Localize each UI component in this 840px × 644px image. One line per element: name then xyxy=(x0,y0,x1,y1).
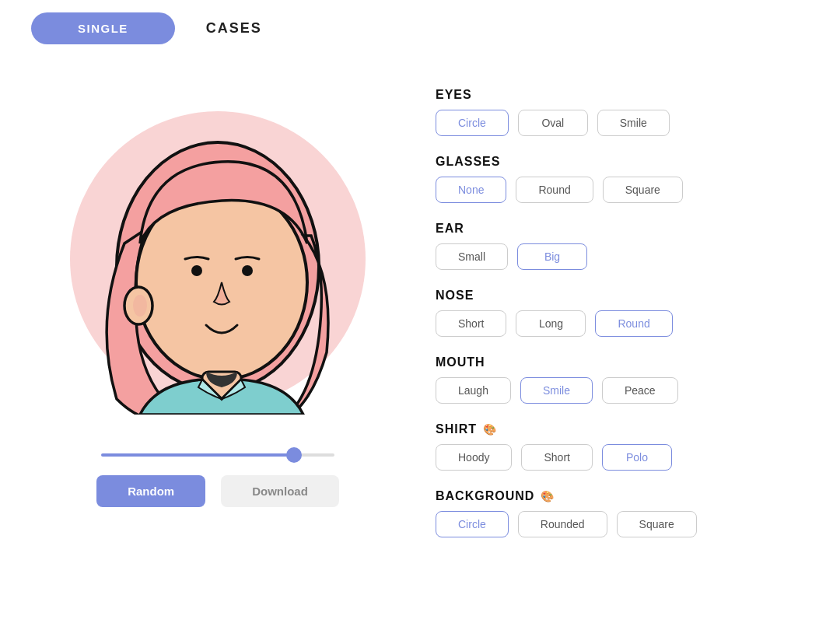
svg-point-4 xyxy=(191,265,202,276)
group-label-ear: EAR xyxy=(436,222,809,236)
ear-option-big[interactable]: Big xyxy=(517,243,587,270)
group-label-glasses: GLASSES xyxy=(436,155,809,169)
glasses-option-square[interactable]: Square xyxy=(603,177,683,203)
background-option-circle[interactable]: Circle xyxy=(436,511,509,537)
avatar-slider[interactable] xyxy=(101,453,334,457)
group-eyes: EYESCircleOvalSmile xyxy=(436,88,809,136)
random-button[interactable]: Random xyxy=(96,475,205,507)
glasses-option-round[interactable]: Round xyxy=(516,177,593,203)
background-color-icon: 🎨 xyxy=(541,490,555,502)
group-label-eyes: EYES xyxy=(436,88,809,102)
nose-option-long[interactable]: Long xyxy=(516,310,586,337)
group-ear: EARSmallBig xyxy=(436,222,809,270)
group-nose: NOSEShortLongRound xyxy=(436,289,809,337)
ear-options: SmallBig xyxy=(436,243,809,270)
action-buttons: Random Download xyxy=(96,475,339,507)
background-options: CircleRoundedSquare xyxy=(436,511,809,537)
background-option-square[interactable]: Square xyxy=(617,511,697,537)
download-button[interactable]: Download xyxy=(221,475,339,507)
glasses-options: NoneRoundSquare xyxy=(436,177,809,203)
mouth-option-laugh[interactable]: Laugh xyxy=(436,377,511,404)
ear-option-small[interactable]: Small xyxy=(436,243,508,270)
glasses-option-none[interactable]: None xyxy=(436,177,506,203)
shirt-option-polo[interactable]: Polo xyxy=(602,444,672,471)
eyes-options: CircleOvalSmile xyxy=(436,110,809,136)
avatar-container xyxy=(54,88,381,430)
group-label-nose: NOSE xyxy=(436,289,809,303)
shirt-color-icon: 🎨 xyxy=(483,423,497,436)
mouth-option-peace[interactable]: Peace xyxy=(602,377,678,404)
group-label-background: BACKGROUND🎨 xyxy=(436,489,809,503)
group-background: BACKGROUND🎨CircleRoundedSquare xyxy=(436,489,809,537)
single-tab[interactable]: SINGLE xyxy=(31,12,175,44)
mouth-option-smile[interactable]: Smile xyxy=(520,377,593,404)
cases-tab[interactable]: CASES xyxy=(206,20,262,37)
top-nav: SINGLE CASES xyxy=(0,0,840,57)
eyes-option-oval[interactable]: Oval xyxy=(518,110,588,136)
group-label-shirt: SHIRT🎨 xyxy=(436,422,809,436)
left-panel: Random Download xyxy=(31,72,404,613)
eyes-option-smile[interactable]: Smile xyxy=(597,110,670,136)
eyes-option-circle[interactable]: Circle xyxy=(436,110,509,136)
right-panel: EYESCircleOvalSmileGLASSESNoneRoundSquar… xyxy=(436,72,809,613)
nose-option-round[interactable]: Round xyxy=(595,310,672,337)
slider-container xyxy=(101,446,334,460)
shirt-option-short[interactable]: Short xyxy=(521,444,592,471)
group-shirt: SHIRT🎨HoodyShortPolo xyxy=(436,422,809,471)
nose-options: ShortLongRound xyxy=(436,310,809,337)
svg-point-3 xyxy=(133,295,147,317)
shirt-option-hoody[interactable]: Hoody xyxy=(436,444,512,471)
group-mouth: MOUTHLaughSmilePeace xyxy=(436,355,809,404)
background-option-rounded[interactable]: Rounded xyxy=(518,511,607,537)
avatar xyxy=(78,103,358,415)
shirt-options: HoodyShortPolo xyxy=(436,444,809,471)
svg-point-5 xyxy=(242,265,253,276)
main-layout: Random Download EYESCircleOvalSmileGLASS… xyxy=(0,57,840,644)
nose-option-short[interactable]: Short xyxy=(436,310,506,337)
group-glasses: GLASSESNoneRoundSquare xyxy=(436,155,809,203)
group-label-mouth: MOUTH xyxy=(436,355,809,369)
mouth-options: LaughSmilePeace xyxy=(436,377,809,404)
